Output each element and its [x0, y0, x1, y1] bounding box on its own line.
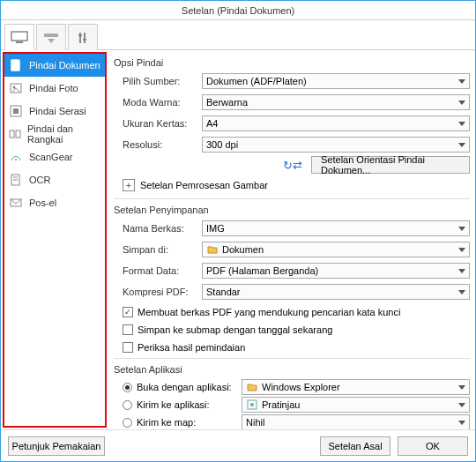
sidebar-item-pindai-serasi[interactable]: Pindai Serasi: [4, 100, 105, 123]
checkbox-subfolder-date[interactable]: [123, 324, 133, 335]
radio-send-folder[interactable]: [123, 418, 132, 428]
divider: [114, 358, 470, 359]
svg-rect-12: [10, 130, 14, 138]
chk-label: Simpan ke submap dengan tanggal sekarang: [138, 324, 332, 335]
divider: [114, 198, 470, 199]
select-format[interactable]: PDF (Halaman Berganda): [202, 263, 470, 279]
scangear-icon: [8, 149, 24, 165]
svg-rect-4: [84, 33, 86, 43]
sidebar-item-ocr[interactable]: OCR: [4, 168, 105, 191]
svg-rect-13: [16, 130, 20, 138]
rad-label: Buka dengan aplikasi:: [137, 382, 237, 392]
settings-dialog: Setelan (Pindai Dokumen) Pindai Dokumen …: [0, 0, 476, 462]
label-kompresi: Kompresi PDF:: [114, 287, 202, 297]
sidebar-label: Pindai Foto: [29, 83, 78, 93]
section-penyimpanan: Setelan Penyimpanan: [114, 205, 470, 215]
sidebar-label: Pos-el: [29, 197, 56, 208]
sidebar-label: Pindai Serasi: [29, 106, 86, 116]
ocr-icon: [8, 172, 24, 188]
sidebar-label: Pindai dan Rangkai: [27, 123, 101, 145]
svg-rect-11: [13, 108, 19, 114]
sidebar-item-pindai-rangkai[interactable]: Pindai dan Rangkai: [4, 123, 105, 145]
select-open-app[interactable]: Windows Explorer: [242, 379, 470, 395]
svg-rect-0: [11, 32, 27, 41]
label-resolusi: Resolusi:: [114, 139, 202, 150]
chk-label: Periksa hasil pemindaian: [138, 342, 245, 353]
sidebar-item-scangear[interactable]: ScanGear: [4, 145, 105, 168]
select-send-app[interactable]: Pratinjau: [242, 397, 470, 413]
stitch-icon: [8, 126, 22, 142]
label-kertas: Ukuran Kertas:: [114, 118, 202, 129]
tools-icon: [73, 31, 93, 45]
checkbox-pdf-searchable[interactable]: ✓: [123, 307, 133, 317]
orientation-button[interactable]: Setelan Orientasi Pindai Dokumen...: [311, 156, 470, 174]
section-opsi-pindai: Opsi Pindai: [114, 57, 470, 68]
select-resolusi[interactable]: 300 dpi: [202, 137, 470, 153]
select-sumber[interactable]: Dokumen (ADF/Platen): [202, 73, 470, 89]
label-nama-berkas: Nama Berkas:: [114, 223, 202, 234]
document-icon: [8, 57, 24, 73]
custom-icon: [8, 103, 24, 119]
scanner-icon: [41, 31, 61, 45]
svg-rect-7: [11, 60, 19, 71]
tab-from-computer[interactable]: [4, 24, 34, 50]
section-aplikasi: Setelan Aplikasi: [114, 364, 470, 375]
expand-image-processing[interactable]: + Setelan Pemrosesan Gambar: [123, 179, 470, 191]
svg-rect-5: [78, 34, 82, 36]
label-simpan-di: Simpan di:: [114, 244, 202, 255]
tab-from-panel[interactable]: [36, 24, 66, 50]
label-warna: Moda Warna:: [114, 97, 202, 108]
image-processing-label: Setelan Pemrosesan Gambar: [140, 180, 268, 190]
radio-open-app[interactable]: [123, 383, 132, 392]
main-panel: Opsi Pindai Pilih Sumber:Dokumen (ADF/Pl…: [107, 50, 475, 429]
titlebar: Setelan (Pindai Dokumen): [1, 1, 475, 20]
rad-label: Kirim ke aplikasi:: [137, 399, 237, 410]
svg-rect-1: [16, 41, 23, 43]
help-button[interactable]: Petunjuk Pemakaian: [8, 436, 105, 456]
sidebar-item-posel[interactable]: Pos-el: [4, 191, 105, 214]
svg-rect-6: [83, 39, 86, 41]
select-send-folder[interactable]: Nihil: [242, 414, 470, 429]
sidebar-item-pindai-dokumen[interactable]: Pindai Dokumen: [4, 54, 105, 77]
chk-label: Membuat berkas PDF yang mendukung pencar…: [138, 307, 400, 317]
checkbox-check-results[interactable]: [123, 342, 133, 353]
sidebar-label: ScanGear: [29, 152, 73, 162]
svg-point-20: [250, 403, 254, 406]
ok-button[interactable]: OK: [398, 436, 468, 456]
select-warna[interactable]: Berwarna: [202, 94, 470, 110]
label-sumber: Pilih Sumber:: [114, 76, 202, 86]
select-kertas[interactable]: A4: [202, 116, 470, 131]
window-title: Setelan (Pindai Dokumen): [182, 5, 294, 16]
monitor-icon: [10, 30, 29, 44]
select-kompresi[interactable]: Standar: [202, 284, 470, 300]
tab-tools[interactable]: [68, 24, 98, 50]
select-nama-berkas[interactable]: IMG: [202, 220, 470, 236]
sidebar-label: OCR: [29, 175, 50, 185]
sidebar: Pindai Dokumen Pindai Foto Pindai Serasi…: [3, 52, 107, 428]
mail-icon: [8, 195, 24, 211]
explorer-icon: [246, 381, 258, 393]
svg-point-14: [15, 159, 17, 160]
radio-send-app[interactable]: [123, 400, 132, 410]
label-format: Format Data:: [114, 265, 202, 276]
svg-rect-3: [79, 33, 81, 43]
svg-point-9: [13, 86, 16, 89]
rad-label: Kirim ke map:: [137, 417, 237, 428]
footer: Petunjuk Pemakaian Setelan Asal OK: [1, 429, 475, 461]
top-tabs: [1, 20, 475, 50]
select-simpan-di[interactable]: Dokumen: [202, 242, 470, 257]
defaults-button[interactable]: Setelan Asal: [320, 436, 390, 456]
sidebar-item-pindai-foto[interactable]: Pindai Foto: [4, 77, 105, 100]
folder-icon: [206, 243, 219, 256]
preview-icon: [246, 399, 258, 411]
photo-icon: [8, 80, 24, 96]
plus-icon: +: [123, 179, 135, 191]
sidebar-label: Pindai Dokumen: [29, 60, 100, 71]
svg-rect-2: [44, 34, 58, 37]
refresh-icon[interactable]: ↻⇄: [283, 159, 302, 172]
